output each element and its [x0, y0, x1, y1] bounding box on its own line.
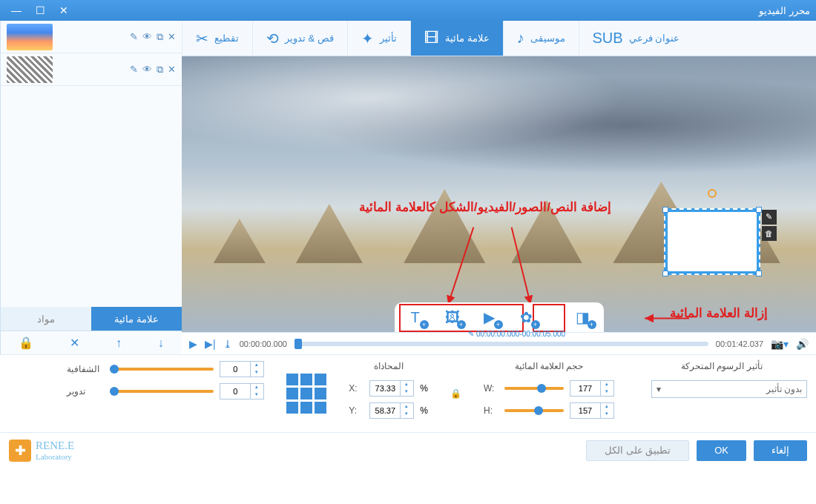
preview-area[interactable]: ✎ 🗑 إضافة النص/الصور/الفيديو/الشكل كالعل… [182, 56, 816, 332]
tab-cut[interactable]: ✂تقطيع [182, 21, 252, 56]
properties-panel: تأثير الرسوم المتحركة بدون تأثير▾ حجم ال… [0, 354, 816, 432]
timeline: ▶ ▶| ⤓ 00:00:00.000 ✎ 00:00:00.000-00:00… [182, 332, 816, 354]
resize-handle[interactable] [662, 271, 668, 276]
edit-icon[interactable]: ✎ [130, 64, 138, 76]
watermark-icon: 🎞 [424, 30, 439, 47]
copy-icon[interactable]: ⧉ [157, 64, 163, 76]
add-image-watermark-button[interactable]: 🖼+ [441, 307, 464, 328]
cancel-button[interactable]: إلغاء [754, 440, 807, 461]
media-item-2[interactable]: ✎ 👁 ⧉ ✕ [1, 53, 182, 86]
visibility-icon[interactable]: 👁 [142, 31, 152, 43]
sparkle-icon: ✦ [361, 30, 374, 47]
music-icon: ♪ [517, 30, 524, 47]
opacity-input[interactable]: ▴▾ [220, 361, 264, 377]
ok-button[interactable]: OK [697, 440, 746, 461]
crop-icon: ⟲ [266, 30, 279, 47]
add-text-watermark-button[interactable]: T+ [404, 307, 427, 328]
remove-button[interactable]: ✕ [70, 336, 79, 350]
footer: ✚ RENE.E Laboratory تطبيق على الكل OK إل… [0, 432, 816, 468]
media-sidebar: ✎ 👁 ⧉ ✕ ✎ 👁 ⧉ ✕ علامة مائية مواد 🔒 ✕ ↑ ↓ [0, 21, 182, 354]
sidebar-tab-watermark[interactable]: علامة مائية [91, 307, 182, 331]
sidebar-tab-materials[interactable]: مواد [1, 307, 91, 331]
window-title: محرر الفيديو [759, 5, 810, 16]
rotate-input[interactable]: ▴▾ [220, 383, 264, 399]
animation-dropdown[interactable]: بدون تأثير▾ [651, 380, 807, 398]
edit-watermark-button[interactable]: ✎ [762, 210, 777, 225]
next-frame-button[interactable]: ▶| [205, 338, 216, 350]
delete-icon[interactable]: ✕ [168, 64, 176, 76]
maximize-button[interactable]: ☐ [30, 3, 50, 18]
width-input[interactable]: ▴▾ [570, 380, 614, 397]
timeline-track[interactable]: ✎ 00:00:00.000-00:00:05.000 [295, 342, 708, 346]
lock-aspect-button[interactable]: 🔒 [450, 361, 461, 426]
remove-watermark-button[interactable]: ◨+ [571, 307, 595, 328]
annotation-remove: إزالة العلامة المائية [670, 305, 767, 321]
brand-logo: ✚ RENE.E Laboratory [9, 440, 74, 462]
scissors-icon: ✂ [196, 30, 208, 47]
copy-icon[interactable]: ⧉ [157, 31, 163, 43]
titlebar: محرر الفيديو — ☐ ✕ [0, 0, 816, 21]
delete-icon[interactable]: ✕ [168, 31, 176, 43]
opacity-slider[interactable] [110, 368, 214, 371]
close-button[interactable]: ✕ [53, 3, 74, 18]
tool-tabs: ✂تقطيع ⟲قص & تدوير ✦تأثير 🎞علامة مائية ♪… [182, 21, 816, 56]
align-label: المحاذاة [349, 361, 428, 371]
media-thumbnail [7, 56, 53, 83]
subtitle-icon: SUB [593, 30, 623, 47]
height-slider[interactable] [504, 409, 564, 412]
volume-button[interactable]: 🔊 [796, 338, 809, 350]
total-duration: 00:01:42.037 [716, 339, 763, 348]
move-up-button[interactable]: ↑ [116, 336, 122, 350]
y-input[interactable]: ▴▾ [369, 402, 414, 419]
size-label: حجم العلامة المائية [484, 361, 614, 371]
rotate-slider[interactable] [110, 390, 214, 393]
chevron-down-icon: ▾ [657, 384, 661, 394]
width-slider[interactable] [504, 387, 564, 390]
visibility-icon[interactable]: 👁 [142, 64, 152, 76]
snapshot-button[interactable]: 📷▾ [771, 338, 789, 350]
play-button[interactable]: ▶ [189, 338, 197, 350]
media-thumbnail [7, 24, 53, 50]
video-frame: ✎ 🗑 إضافة النص/الصور/الفيديو/الشكل كالعل… [182, 56, 816, 332]
animation-label: تأثير الرسوم المتحركة [636, 361, 807, 371]
alignment-grid[interactable] [286, 374, 326, 414]
watermark-toolbar: T+ 🖼+ ▶+ ✿+ ◨+ [395, 302, 604, 332]
add-video-watermark-button[interactable]: ▶+ [478, 307, 501, 328]
annotation-add: إضافة النص/الصور/الفيديو/الشكل كالعلامة … [359, 199, 611, 215]
current-time: 00:00:00.000 [240, 339, 287, 348]
tab-music[interactable]: ♪موسيقى [503, 21, 579, 56]
resize-handle[interactable] [756, 271, 762, 276]
apply-all-button[interactable]: تطبيق على الكل [586, 440, 689, 461]
tab-crop[interactable]: ⟲قص & تدوير [252, 21, 347, 56]
logo-icon: ✚ [9, 440, 31, 462]
x-input[interactable]: ▴▾ [369, 380, 414, 397]
rotate-handle[interactable] [708, 189, 717, 198]
media-item-1[interactable]: ✎ 👁 ⧉ ✕ [1, 21, 182, 53]
export-frame-button[interactable]: ⤓ [223, 338, 232, 350]
watermark-object[interactable]: ✎ 🗑 [664, 208, 760, 275]
minimize-button[interactable]: — [6, 3, 27, 18]
tab-watermark[interactable]: 🎞علامة مائية [410, 21, 503, 56]
add-shape-watermark-button[interactable]: ✿+ [515, 307, 539, 328]
tab-subtitle[interactable]: SUBعنوان فرعي [579, 21, 694, 56]
resize-handle[interactable] [662, 207, 668, 213]
timeline-playhead[interactable] [295, 339, 302, 349]
resize-handle[interactable] [756, 207, 762, 213]
tab-effect[interactable]: ✦تأثير [347, 21, 410, 56]
height-input[interactable]: ▴▾ [570, 402, 614, 419]
move-down-button[interactable]: ↓ [158, 336, 164, 350]
edit-icon[interactable]: ✎ [130, 31, 138, 43]
lock-button[interactable]: 🔒 [19, 336, 33, 350]
delete-watermark-button[interactable]: 🗑 [762, 226, 777, 241]
